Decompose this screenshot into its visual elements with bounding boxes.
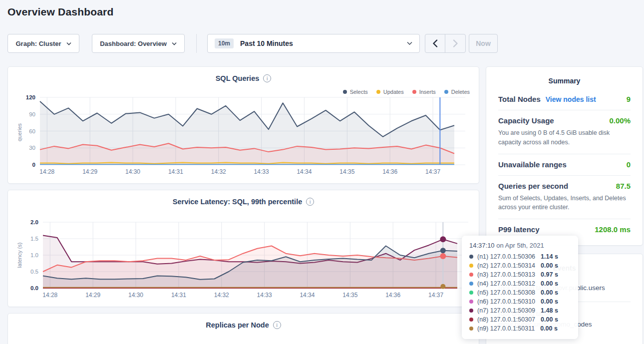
legend-dot-icon bbox=[376, 90, 380, 94]
tooltip-row: (n3) 127.0.0.1:503130.97 s bbox=[469, 270, 572, 279]
time-range-label: Past 10 Minutes bbox=[240, 39, 293, 47]
tooltip-value: 0.97 s bbox=[541, 271, 558, 278]
info-icon[interactable]: i bbox=[273, 321, 281, 329]
dashboard-dropdown[interactable]: Dashboard: Overview bbox=[92, 34, 185, 53]
tooltip-node: (n3) 127.0.0.1:50313 bbox=[477, 271, 535, 278]
svg-text:0: 0 bbox=[32, 162, 35, 168]
controls-divider bbox=[196, 34, 197, 53]
tooltip-row: (n1) 127.0.0.1:503061.14 s bbox=[469, 252, 572, 261]
info-icon[interactable]: i bbox=[263, 74, 271, 82]
legend-item-deletes[interactable]: Deletes bbox=[444, 89, 470, 95]
time-prev-button[interactable] bbox=[425, 34, 445, 52]
tooltip-row: (n6) 127.0.0.1:503100.00 s bbox=[469, 297, 572, 306]
summary-row-description: Sum of Selects, Updates, Inserts, and De… bbox=[498, 194, 631, 213]
legend-item-updates[interactable]: Updates bbox=[376, 89, 404, 95]
tooltip-row: (n2) 127.0.0.1:503140.00 s bbox=[469, 261, 572, 270]
svg-text:14:37: 14:37 bbox=[428, 292, 443, 299]
summary-row-value: 0.00% bbox=[609, 116, 631, 125]
svg-text:14:32: 14:32 bbox=[211, 168, 226, 175]
summary-row-value: 87.5 bbox=[616, 182, 631, 190]
now-button[interactable]: Now bbox=[469, 34, 498, 53]
tooltip-value: 0.00 s bbox=[541, 298, 558, 305]
summary-row-label: Queries per second bbox=[498, 182, 568, 190]
summary-row: Unavailable ranges0 bbox=[498, 154, 631, 176]
summary-title: Summary bbox=[498, 77, 631, 85]
summary-row-value: 1208.0 ms bbox=[595, 225, 631, 234]
legend-dot-icon bbox=[412, 90, 416, 94]
sql-queries-plot[interactable]: 030609012014:2814:2914:3014:3114:3214:33… bbox=[8, 95, 479, 181]
series-dot-icon bbox=[469, 300, 473, 304]
svg-text:90: 90 bbox=[29, 111, 35, 117]
summary-row-value: 9 bbox=[627, 95, 631, 103]
tooltip-timestamp: 14:37:10 on Apr 5th, 2021 bbox=[469, 242, 572, 249]
replicas-per-node-header: Replicas per Node i bbox=[8, 314, 479, 329]
tooltip-row: (n8) 127.0.0.1:503070.00 s bbox=[469, 315, 572, 324]
tooltip-node: (n5) 127.0.0.1:50308 bbox=[477, 289, 535, 296]
tooltip-row: (n4) 127.0.0.1:503120.00 s bbox=[469, 279, 572, 288]
chart-title: SQL Queries bbox=[216, 74, 260, 82]
tooltip-date: on Apr 5th, 2021 bbox=[496, 242, 544, 249]
time-range-picker[interactable]: 10m Past 10 Minutes bbox=[207, 34, 420, 53]
service-latency-plot[interactable]: 0.00.51.01.52.014:2814:2914:3014:3114:32… bbox=[8, 220, 479, 306]
svg-text:2.0: 2.0 bbox=[30, 220, 38, 225]
legend-dot-icon bbox=[343, 90, 347, 94]
svg-text:14:36: 14:36 bbox=[382, 168, 397, 175]
svg-text:14:34: 14:34 bbox=[300, 292, 315, 299]
info-icon[interactable]: i bbox=[306, 198, 314, 206]
service-latency-header: Service Latency: SQL, 99th percentile i bbox=[8, 190, 479, 206]
view-nodes-link[interactable]: View nodes list bbox=[546, 95, 596, 103]
series-dot-icon bbox=[469, 309, 473, 313]
chart-title: Service Latency: SQL, 99th percentile bbox=[173, 198, 303, 206]
legend-item-selects[interactable]: Selects bbox=[343, 89, 368, 95]
svg-text:14:29: 14:29 bbox=[85, 292, 100, 299]
tooltip-value: 0.00 s bbox=[541, 316, 558, 323]
svg-text:14:30: 14:30 bbox=[128, 292, 143, 299]
svg-text:1.5: 1.5 bbox=[30, 236, 38, 242]
summary-row: Queries per second87.5Sum of Selects, Up… bbox=[498, 176, 631, 220]
svg-text:120: 120 bbox=[26, 95, 35, 100]
tooltip-value: 0.00 s bbox=[540, 325, 558, 332]
tooltip-time: 14:37:10 bbox=[469, 242, 495, 249]
tooltip-node: (n1) 127.0.0.1:50306 bbox=[477, 253, 535, 260]
chevron-down-icon bbox=[407, 41, 412, 45]
svg-text:14:28: 14:28 bbox=[42, 292, 57, 299]
tooltip-value: 0.00 s bbox=[541, 289, 558, 296]
tooltip-node: (n6) 127.0.0.1:50310 bbox=[477, 298, 535, 305]
legend-item-inserts[interactable]: Inserts bbox=[412, 89, 436, 95]
svg-text:14:35: 14:35 bbox=[342, 292, 357, 299]
tooltip-node: (n7) 127.0.0.1:50309 bbox=[477, 307, 535, 314]
overview-dashboard-page: Overview Dashboard Graph: Cluster Dashbo… bbox=[0, 0, 644, 344]
svg-text:14:36: 14:36 bbox=[385, 292, 400, 299]
page-title: Overview Dashboard bbox=[7, 6, 114, 18]
svg-text:0.5: 0.5 bbox=[30, 269, 38, 275]
tooltip-row: (n5) 127.0.0.1:503080.00 s bbox=[469, 288, 572, 297]
sql-queries-header: SQL Queries i bbox=[8, 67, 479, 82]
svg-text:14:34: 14:34 bbox=[297, 168, 312, 175]
svg-text:14:31: 14:31 bbox=[168, 168, 183, 175]
legend-dot-icon bbox=[444, 90, 448, 94]
tooltip-value: 0.00 s bbox=[541, 262, 558, 269]
tooltip-row: (n9) 127.0.0.1:503110.00 s bbox=[469, 324, 572, 333]
tooltip-node: (n4) 127.0.0.1:50312 bbox=[477, 280, 535, 287]
svg-text:1.0: 1.0 bbox=[30, 252, 38, 258]
series-dot-icon bbox=[469, 255, 473, 259]
summary-row-label: P99 latency bbox=[498, 225, 540, 234]
time-next-button[interactable] bbox=[445, 34, 465, 52]
graph-dropdown-label: Graph: Cluster bbox=[15, 40, 61, 47]
summary-row: Total NodesView nodes list9 bbox=[498, 89, 631, 110]
series-dot-icon bbox=[469, 282, 473, 286]
svg-text:14:30: 14:30 bbox=[125, 168, 140, 175]
replicas-per-node-panel: Replicas per Node i bbox=[7, 313, 479, 344]
tooltip-value: 0.00 s bbox=[541, 280, 558, 287]
graph-dropdown[interactable]: Graph: Cluster bbox=[7, 34, 79, 53]
time-range-badge: 10m bbox=[215, 38, 234, 48]
svg-text:14:28: 14:28 bbox=[39, 168, 54, 175]
sql-queries-legend: SelectsUpdatesInsertsDeletes bbox=[343, 89, 470, 95]
tooltip-value: 1.48 s bbox=[541, 307, 558, 314]
series-dot-icon bbox=[469, 318, 473, 322]
chevron-down-icon bbox=[66, 42, 71, 45]
summary-row-label: Total Nodes bbox=[498, 95, 541, 103]
svg-text:14:33: 14:33 bbox=[254, 168, 269, 175]
svg-text:60: 60 bbox=[29, 128, 35, 134]
svg-text:14:32: 14:32 bbox=[214, 292, 229, 299]
